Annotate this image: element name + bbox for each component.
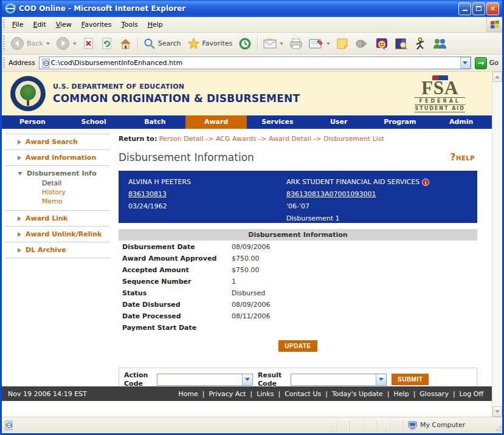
history-button[interactable]	[235, 35, 255, 52]
toolbar: Back	[2, 33, 502, 55]
edit-button[interactable]	[306, 36, 333, 51]
notes-icon	[336, 38, 348, 50]
sidebar-subitem-detail[interactable]: Detail	[42, 179, 110, 187]
submit-button[interactable]: SUBMIT	[392, 374, 429, 385]
forward-dropdown-icon[interactable]	[73, 43, 77, 45]
aim-button[interactable]	[411, 35, 429, 52]
research-button[interactable]	[392, 35, 411, 52]
menu-view[interactable]: View	[51, 19, 77, 30]
fsa-acronym: FSA	[415, 79, 465, 97]
breadcrumb-award-detail[interactable]: Award Detail	[269, 135, 311, 143]
scroll-down-button[interactable]	[492, 406, 502, 417]
close-button[interactable]: ✕	[486, 2, 499, 15]
fsa-logo: FSA FEDERAL STUDENT AID	[415, 75, 465, 112]
address-input[interactable]	[51, 58, 460, 68]
breadcrumb-disbursement-list[interactable]: Disbursement List	[323, 135, 384, 143]
breadcrumb-person-detail[interactable]: Person Detail	[159, 135, 204, 143]
sidebar-item-award-link[interactable]: Award Link	[5, 214, 110, 222]
nav-tab-admin[interactable]: Admin	[430, 115, 492, 129]
edit-icon	[309, 38, 323, 49]
yahoo-messenger-button[interactable]	[372, 35, 392, 52]
forward-icon	[56, 36, 70, 50]
menu-favorites[interactable]: Favorites	[77, 19, 117, 30]
menu-file[interactable]: File	[7, 19, 28, 30]
nav-tab-award[interactable]: Award	[185, 115, 247, 129]
address-dropdown-button[interactable]	[460, 57, 471, 69]
nav-tab-services[interactable]: Services	[247, 115, 308, 129]
notes-button[interactable]	[333, 36, 351, 52]
zone-indicator: My Computer	[402, 420, 494, 431]
scroll-up-button[interactable]	[492, 72, 502, 82]
help-label: HELP	[456, 155, 475, 162]
nav-tab-school[interactable]: School	[63, 115, 125, 129]
row-label: Award Amount Approved	[122, 255, 232, 264]
toolbar-grip[interactable]	[3, 36, 5, 51]
table-row: Sequence Number 1	[119, 275, 477, 287]
sidebar-subitem-memo[interactable]: Memo	[42, 197, 110, 205]
help-button[interactable]: ? HELP	[450, 154, 475, 162]
back-button[interactable]: Back	[7, 35, 53, 52]
nav-tab-user[interactable]: User	[308, 115, 370, 129]
breadcrumb-acg-awards[interactable]: ACG Awards	[216, 135, 257, 143]
footer-link-help[interactable]: Help	[394, 390, 409, 398]
nav-tab-program[interactable]: Program	[370, 115, 431, 129]
mail-button[interactable]	[260, 36, 286, 51]
maximize-button[interactable]	[472, 2, 485, 15]
row-label: Date Processed	[122, 312, 232, 321]
result-code-select[interactable]	[291, 374, 387, 386]
student-ssn-link[interactable]: 836130813	[128, 190, 286, 198]
action-code-select[interactable]	[157, 374, 253, 386]
menu-grip[interactable]	[3, 19, 5, 30]
info-icon[interactable]: i	[422, 179, 429, 186]
footer-link-privacy-act[interactable]: Privacy Act	[209, 390, 246, 398]
minimize-button[interactable]	[458, 2, 471, 15]
ie-logo-icon	[5, 3, 16, 14]
edit-dropdown-icon[interactable]	[326, 43, 330, 45]
research-icon	[395, 37, 408, 50]
sidebar-item-dl-archive[interactable]: DL Archive	[5, 246, 110, 254]
nav-tab-batch[interactable]: Batch	[125, 115, 186, 129]
resize-grip[interactable]	[494, 420, 502, 433]
sidebar-label: Award Unlink/Relink	[26, 230, 102, 238]
home-button[interactable]	[116, 36, 135, 52]
vertical-scrollbar[interactable]	[492, 72, 502, 417]
address-grip[interactable]	[3, 57, 5, 69]
sidebar-item-disbursement-info[interactable]: Disbursement Info	[5, 170, 110, 177]
update-button[interactable]: UPDATE	[278, 340, 317, 352]
back-dropdown-icon[interactable]	[46, 43, 50, 45]
sidebar-item-award-search[interactable]: Award Search	[5, 138, 110, 146]
footer-link-home[interactable]: Home	[178, 390, 198, 398]
sidebar-item-award-unlink-relink[interactable]: Award Unlink/Relink	[5, 230, 110, 238]
page-title: Disbursement Information	[119, 151, 254, 163]
footer-link-contact-us[interactable]: Contact Us	[285, 390, 321, 398]
footer-link-todays-update[interactable]: Today's Update	[332, 390, 383, 398]
mail-dropdown-icon[interactable]	[280, 43, 283, 45]
row-value: Disbursed	[232, 289, 265, 298]
award-year: '06-'07	[286, 202, 429, 210]
forward-button[interactable]	[53, 35, 80, 52]
msn-messenger-button[interactable]	[429, 36, 450, 52]
search-label: Search	[158, 39, 181, 47]
footer-link-glossary[interactable]: Glossary	[419, 390, 449, 398]
title-bar[interactable]: COD Online - Microsoft Internet Explorer…	[2, 0, 502, 17]
refresh-button[interactable]	[98, 36, 116, 52]
footer-link-log-off[interactable]: Log Off	[460, 390, 483, 398]
footer-link-links[interactable]: Links	[257, 390, 274, 398]
menu-help[interactable]: Help	[143, 19, 168, 30]
sidebar-subitem-history[interactable]: History	[42, 188, 110, 196]
table-row: Award Amount Approved $750.00	[119, 252, 477, 264]
menu-tools[interactable]: Tools	[117, 19, 143, 30]
search-button[interactable]: Search	[140, 36, 184, 52]
messenger-arrow-button[interactable]	[351, 36, 372, 52]
scroll-track[interactable]	[492, 82, 502, 406]
favorites-button[interactable]: Favorites	[184, 36, 236, 52]
menu-edit[interactable]: Edit	[28, 19, 50, 30]
print-button[interactable]	[286, 36, 306, 52]
award-id-link[interactable]: 836130813A07001093001	[286, 190, 429, 198]
primary-nav: Person School Batch Award Services User …	[2, 115, 492, 129]
nav-tab-person[interactable]: Person	[2, 115, 63, 129]
stop-button[interactable]	[80, 36, 98, 52]
table-row: Payment Start Date	[119, 321, 477, 333]
go-button[interactable]: → Go	[471, 57, 502, 69]
sidebar-item-award-information[interactable]: Award Information	[5, 154, 110, 162]
